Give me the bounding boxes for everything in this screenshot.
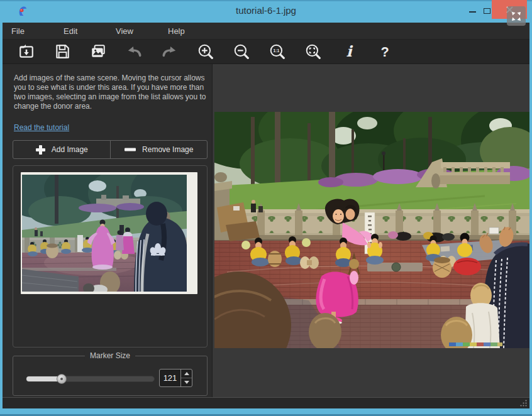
export-image-button[interactable] (90, 43, 106, 60)
minimize-icon (469, 11, 476, 13)
folder-open-icon (18, 43, 35, 60)
menu-file[interactable]: File (3, 26, 55, 36)
arrow-up-icon (184, 372, 189, 375)
window-title: tutorial-6-1.jpg (0, 5, 532, 16)
magnifier-fit-icon (305, 43, 321, 60)
content-area: Add images of the same scene. Moving the… (3, 64, 529, 397)
menu-help[interactable]: Help (159, 26, 211, 36)
scene-thumbnail[interactable] (22, 175, 187, 292)
open-button[interactable] (18, 43, 35, 60)
spin-down-button[interactable] (181, 378, 192, 386)
remove-image-button[interactable]: Remove Image (111, 141, 208, 158)
canvas-area[interactable] (212, 64, 529, 397)
zoom-in-button[interactable] (197, 43, 214, 60)
save-floppy-icon (54, 43, 70, 60)
redo-arrow-icon (162, 43, 178, 60)
help-button[interactable]: ? (377, 43, 393, 60)
help-glyph: ? (380, 44, 389, 60)
image-stack-icon (90, 43, 106, 60)
plus-icon (35, 145, 46, 155)
info-icon: i (341, 43, 357, 60)
main-photo[interactable] (214, 112, 529, 348)
resize-grip[interactable] (520, 400, 527, 407)
menu-edit[interactable]: Edit (55, 26, 107, 36)
image-list[interactable] (13, 165, 208, 348)
undo-arrow-icon (126, 43, 142, 60)
info-button[interactable]: i (341, 43, 357, 60)
magnifier-1-1-icon: 1:1 (269, 43, 285, 60)
redo-button[interactable] (162, 43, 178, 60)
marker-size-label: Marker Size (85, 351, 135, 360)
zoom-out-button[interactable] (233, 43, 250, 60)
screen-capture-overlay-icon (507, 6, 526, 26)
sidebar-panel: Add images of the same scene. Moving the… (3, 64, 212, 397)
instructions-text: Add images of the same scene. Moving the… (14, 74, 208, 111)
marker-size-value[interactable]: 121 (160, 369, 180, 386)
arrow-down-icon (184, 381, 189, 384)
image-list-item-selected[interactable] (21, 172, 197, 294)
app-window: tutorial-6-1.jpg File Edit View Help (0, 0, 532, 416)
image-list-actions: Add Image Remove Image (13, 140, 208, 159)
help-icon: ? (377, 43, 393, 60)
maximize-icon (484, 8, 490, 14)
zoom-actual-label: 1:1 (274, 48, 280, 53)
spin-up-button[interactable] (181, 369, 192, 378)
marker-size-group: Marker Size 121 (13, 356, 208, 396)
zoom-actual-size-button[interactable]: 1:1 (269, 43, 285, 60)
magnifier-minus-icon (233, 43, 250, 60)
marker-size-spinbox: 121 (159, 369, 192, 387)
magnifier-plus-icon (197, 43, 214, 60)
spinner-buttons (180, 369, 192, 386)
status-bar (3, 397, 529, 408)
toolbar: 1:1 i ? (3, 39, 529, 64)
read-tutorial-link[interactable]: Read the tutorial (14, 123, 69, 132)
minus-icon (124, 147, 136, 152)
undo-button[interactable] (126, 43, 142, 60)
slider-thumb[interactable] (57, 374, 67, 384)
remove-image-label: Remove Image (142, 145, 193, 154)
info-glyph: i (346, 43, 353, 60)
minimize-button[interactable] (467, 4, 479, 18)
title-bar[interactable]: tutorial-6-1.jpg (0, 0, 532, 23)
add-image-button[interactable]: Add Image (13, 141, 111, 158)
marker-size-slider[interactable] (26, 376, 155, 382)
zoom-fit-button[interactable] (305, 43, 321, 60)
menu-view[interactable]: View (107, 26, 159, 36)
menu-bar: File Edit View Help (3, 23, 529, 39)
add-image-label: Add Image (52, 145, 88, 154)
save-button[interactable] (54, 43, 70, 60)
